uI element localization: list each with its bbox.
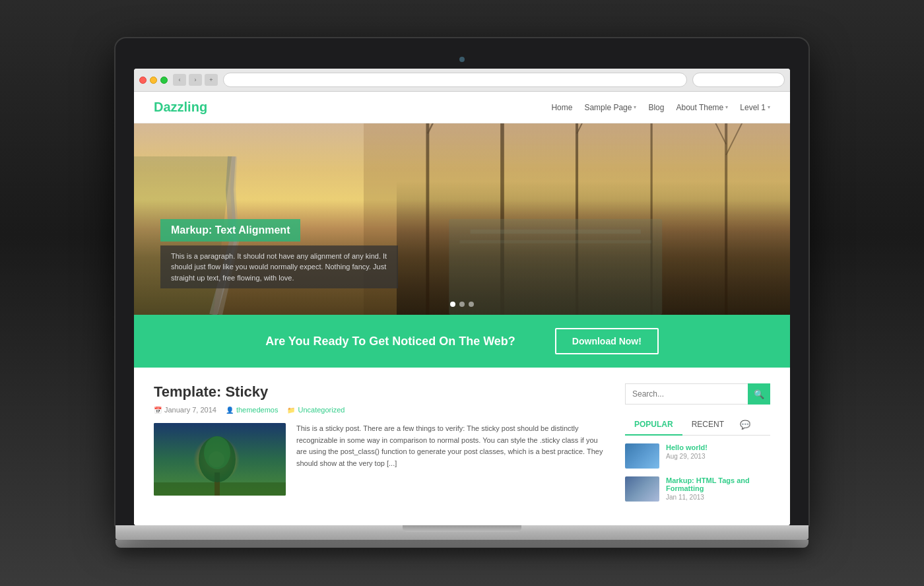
folder-icon: 📁 bbox=[287, 407, 295, 414]
sidebar-post-info-1: Hello world! Aug 29, 2013 bbox=[666, 443, 708, 460]
sidebar-thumb-hello bbox=[625, 443, 659, 469]
sidebar: 🔍 POPULAR RECENT 💬 bbox=[625, 383, 770, 509]
author-link[interactable]: themedemos bbox=[236, 406, 279, 414]
post-meta: 📅 January 7, 2014 👤 themedemos 📁 Uncateg… bbox=[154, 406, 609, 414]
hero-caption: Markup: Text Alignment This is a paragra… bbox=[160, 219, 398, 289]
sidebar-post-thumb-1 bbox=[625, 443, 659, 469]
traffic-lights bbox=[139, 77, 168, 84]
laptop-frame: ‹ › + Dazzling Home Sample Page ▾ bbox=[116, 38, 808, 548]
camera-dot bbox=[459, 57, 465, 62]
post-title: Template: Sticky bbox=[154, 383, 609, 401]
post-author: 👤 themedemos bbox=[226, 406, 279, 414]
hero-dot-1[interactable] bbox=[450, 302, 455, 307]
hero-description: This is a paragraph. It should not have … bbox=[160, 245, 398, 289]
sidebar-post-title-1[interactable]: Hello world! bbox=[666, 443, 708, 451]
tab-recent[interactable]: RECENT bbox=[682, 415, 733, 436]
category-link[interactable]: Uncategorized bbox=[298, 406, 345, 414]
cta-banner: Are You Ready To Get Noticed On The Web?… bbox=[134, 315, 790, 368]
search-box: 🔍 bbox=[625, 383, 770, 405]
hero-dot-2[interactable] bbox=[459, 302, 465, 307]
sidebar-post-info-2: Markup: HTML Tags and Formatting Jan 11,… bbox=[666, 476, 770, 501]
forward-button[interactable]: › bbox=[189, 74, 202, 86]
nav-about-theme[interactable]: About Theme ▾ bbox=[676, 103, 728, 112]
post-thumbnail bbox=[154, 423, 286, 496]
website-content: Dazzling Home Sample Page ▾ Blog About T… bbox=[134, 92, 790, 525]
nav-sample-page[interactable]: Sample Page ▾ bbox=[584, 103, 636, 112]
download-now-button[interactable]: Download Now! bbox=[555, 328, 659, 354]
cta-text: Are You Ready To Get Noticed On The Web? bbox=[265, 335, 515, 348]
hero-dot-3[interactable] bbox=[469, 302, 474, 307]
sidebar-tabs: POPULAR RECENT 💬 bbox=[625, 415, 770, 436]
nav-blog[interactable]: Blog bbox=[648, 103, 664, 112]
screen-inner: ‹ › + Dazzling Home Sample Page ▾ bbox=[134, 69, 790, 525]
back-button[interactable]: ‹ bbox=[173, 74, 186, 86]
post-date: 📅 January 7, 2014 bbox=[154, 406, 216, 414]
nav-links: Home Sample Page ▾ Blog About Theme ▾ Le… bbox=[551, 103, 770, 112]
browser-chrome: ‹ › + bbox=[134, 69, 790, 92]
laptop-base bbox=[116, 525, 808, 540]
hero-dots bbox=[450, 302, 474, 307]
browser-nav: ‹ › + bbox=[173, 74, 218, 86]
nav-home[interactable]: Home bbox=[551, 103, 572, 112]
laptop-bottom bbox=[116, 540, 808, 548]
tab-popular[interactable]: POPULAR bbox=[625, 415, 682, 436]
sidebar-post-1: Hello world! Aug 29, 2013 bbox=[625, 443, 770, 469]
svg-rect-17 bbox=[470, 230, 640, 234]
sidebar-post-date-1: Aug 29, 2013 bbox=[666, 453, 708, 460]
site-nav: Dazzling Home Sample Page ▾ Blog About T… bbox=[134, 92, 790, 123]
post-thumbnail-svg bbox=[154, 423, 286, 496]
address-bar[interactable] bbox=[223, 73, 687, 87]
sidebar-post-title-2[interactable]: Markup: HTML Tags and Formatting bbox=[666, 476, 770, 492]
nav-level1[interactable]: Level 1 ▾ bbox=[740, 103, 770, 112]
chevron-down-icon: ▾ bbox=[725, 104, 728, 110]
svg-rect-25 bbox=[154, 482, 286, 496]
svg-rect-18 bbox=[459, 240, 651, 244]
chevron-down-icon: ▾ bbox=[634, 104, 636, 110]
search-icon: 🔍 bbox=[754, 389, 764, 399]
sidebar-post-date-2: Jan 11, 2013 bbox=[666, 494, 770, 501]
post-excerpt: This is a sticky post. There are a few t… bbox=[296, 423, 609, 496]
fullscreen-button[interactable] bbox=[160, 77, 168, 84]
sidebar-post-thumb-2 bbox=[625, 476, 659, 502]
calendar-icon: 📅 bbox=[154, 407, 162, 414]
blog-area: Template: Sticky 📅 January 7, 2014 👤 the… bbox=[154, 383, 609, 509]
hero-title: Markup: Text Alignment bbox=[160, 219, 300, 242]
sidebar-thumb-markup bbox=[625, 476, 659, 502]
svg-point-24 bbox=[204, 436, 230, 469]
close-button[interactable] bbox=[139, 77, 147, 84]
sidebar-search-input[interactable] bbox=[625, 383, 748, 405]
browser-search-input[interactable] bbox=[692, 73, 785, 87]
chevron-down-icon: ▾ bbox=[768, 104, 770, 110]
main-content: Template: Sticky 📅 January 7, 2014 👤 the… bbox=[134, 368, 790, 525]
minimize-button[interactable] bbox=[150, 77, 157, 84]
sidebar-post-2: Markup: HTML Tags and Formatting Jan 11,… bbox=[625, 476, 770, 502]
hero-section: Markup: Text Alignment This is a paragra… bbox=[134, 123, 790, 315]
sidebar-search-button[interactable]: 🔍 bbox=[748, 383, 770, 405]
screen-bezel: ‹ › + Dazzling Home Sample Page ▾ bbox=[116, 38, 808, 525]
tab-comments[interactable]: 💬 bbox=[733, 415, 757, 435]
post-category: 📁 Uncategorized bbox=[287, 406, 345, 414]
site-logo: Dazzling bbox=[154, 100, 207, 115]
new-tab-button[interactable]: + bbox=[205, 74, 218, 86]
post-body: This is a sticky post. There are a few t… bbox=[154, 423, 609, 496]
user-icon: 👤 bbox=[226, 407, 234, 414]
